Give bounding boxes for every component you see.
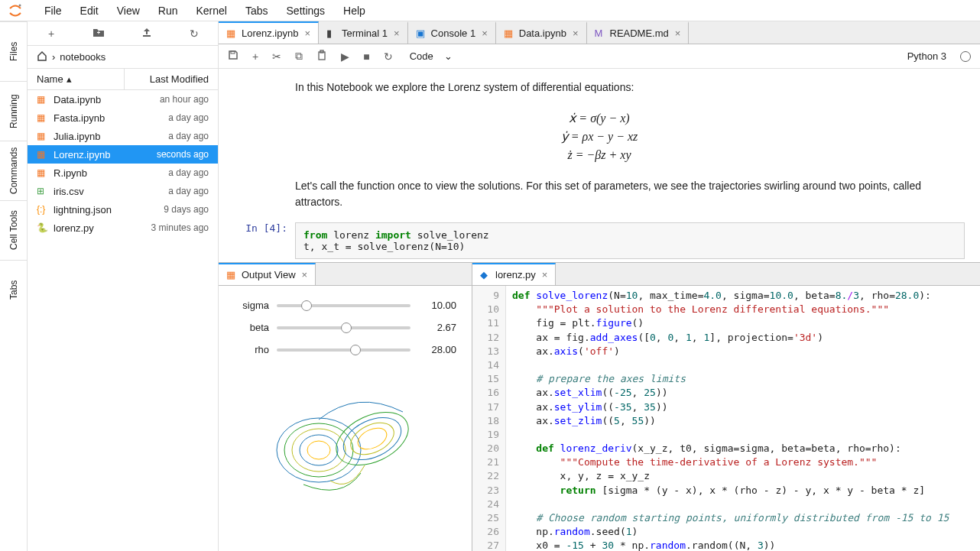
close-icon[interactable]: ×	[573, 28, 579, 39]
menu-settings[interactable]: Settings	[277, 2, 335, 20]
file-list: ▦Data.ipynban hour ago▦Fasta.ipynba day …	[28, 90, 218, 551]
file-row[interactable]: ▦R.ipynba day ago	[28, 164, 218, 182]
run-icon[interactable]: ▶	[341, 50, 349, 63]
file-row[interactable]: ▦Fasta.ipynba day ago	[28, 109, 218, 127]
kernel-status-icon	[960, 51, 971, 62]
editor-content[interactable]: 910111213141516171819202122232425262728 …	[472, 286, 980, 551]
new-folder-icon[interactable]	[83, 27, 114, 40]
bottom-split: ▦ Output View × sigma10.00beta2.67rho28.…	[219, 262, 980, 551]
close-icon[interactable]: ×	[304, 28, 310, 39]
lorenz-plot	[234, 366, 456, 514]
term-icon: ▮	[326, 28, 337, 39]
slider-thumb[interactable]	[350, 345, 361, 355]
svg-rect-2	[99, 31, 99, 34]
home-icon[interactable]	[37, 50, 47, 63]
file-row[interactable]: ▦Lorenz.ipynbseconds ago	[28, 145, 218, 164]
slider-sigma: sigma10.00	[234, 300, 456, 311]
slider-track[interactable]	[277, 326, 410, 329]
menu-run[interactable]: Run	[149, 2, 187, 20]
slider-value: 10.00	[418, 300, 456, 311]
copy-icon[interactable]: ⧉	[295, 50, 303, 63]
celltype-select[interactable]: Code ⌄	[407, 50, 456, 62]
file-row[interactable]: 🐍lorenz.py3 minutes ago	[28, 219, 218, 237]
file-name: Julia.ipynb	[54, 131, 168, 142]
tab-label: Data.ipynb	[519, 28, 566, 39]
cell-code[interactable]: from lorenz import solve_lorenz t, x_t =…	[295, 222, 965, 259]
activity-commands[interactable]: Commands	[0, 141, 27, 200]
tab-lorenz-ipynb[interactable]: ▦Lorenz.ipynb×	[219, 21, 319, 44]
tab-label: Console 1	[431, 28, 476, 39]
close-icon[interactable]: ×	[542, 269, 548, 280]
slider-track[interactable]	[277, 348, 410, 352]
stop-icon[interactable]: ■	[363, 50, 369, 63]
editor-gutter: 910111213141516171819202122232425262728	[472, 286, 506, 551]
tab-label: Terminal 1	[342, 28, 388, 39]
breadcrumb-folder[interactable]: notebooks	[60, 51, 105, 63]
slider-label: beta	[234, 322, 269, 333]
activity-celltools[interactable]: Cell Tools	[0, 200, 27, 260]
restart-icon[interactable]: ↻	[384, 50, 393, 63]
slider-track[interactable]	[277, 304, 410, 307]
nb-icon: ▦	[226, 28, 237, 39]
slider-thumb[interactable]	[341, 322, 352, 333]
file-browser: + ↻ › notebooks Name ▴ Last Modified ▦Da…	[28, 21, 219, 551]
file-name: Fasta.ipynb	[54, 112, 168, 124]
file-name: iris.csv	[54, 186, 168, 197]
breadcrumb[interactable]: › notebooks	[28, 46, 218, 69]
new-file-icon[interactable]: +	[36, 28, 67, 40]
file-row[interactable]: ▦Data.ipynban hour ago	[28, 90, 218, 109]
tab-terminal-1[interactable]: ▮Terminal 1×	[319, 21, 408, 44]
menu-file[interactable]: File	[35, 2, 71, 20]
tab-readme-md[interactable]: MREADME.md×	[587, 21, 690, 44]
file-mod: a day ago	[168, 167, 209, 178]
close-icon[interactable]: ×	[675, 28, 681, 39]
close-icon[interactable]: ×	[482, 28, 488, 39]
file-mod: a day ago	[168, 186, 209, 196]
svg-point-13	[336, 409, 407, 468]
menu-help[interactable]: Help	[334, 2, 375, 20]
menu-kernel[interactable]: Kernel	[187, 2, 235, 20]
save-icon[interactable]	[228, 50, 239, 63]
file-row[interactable]: ⊞iris.csva day ago	[28, 182, 218, 200]
slider-value: 2.67	[418, 322, 456, 333]
nb-icon: ▦	[37, 112, 49, 123]
col-modified[interactable]: Last Modified	[125, 73, 218, 85]
close-icon[interactable]: ×	[302, 269, 308, 280]
file-mod: a day ago	[168, 131, 209, 141]
con-icon: ▣	[416, 28, 427, 39]
editor-code[interactable]: def solve_lorenz(N=10, max_time=4.0, sig…	[506, 286, 980, 551]
tab-console-1[interactable]: ▣Console 1×	[408, 21, 496, 44]
nb-icon: ▦	[37, 149, 49, 160]
kernel-name[interactable]: Python 3	[907, 50, 946, 62]
slider-rho: rho28.00	[234, 344, 456, 355]
close-icon[interactable]: ×	[394, 28, 400, 39]
svg-point-10	[300, 435, 338, 465]
menu-edit[interactable]: Edit	[71, 2, 108, 20]
activity-files[interactable]: Files	[0, 21, 27, 81]
paste-icon[interactable]	[316, 50, 327, 63]
menu-view[interactable]: View	[108, 2, 149, 20]
svg-rect-3	[143, 35, 151, 37]
tab-lorenz-py[interactable]: ◆ lorenz.py ×	[472, 263, 556, 285]
activity-tabs[interactable]: Tabs	[0, 260, 27, 319]
svg-point-15	[354, 424, 389, 454]
notebook-content: In this Notebook we explore the Lorenz s…	[219, 69, 980, 262]
svg-point-7	[277, 418, 361, 482]
activity-bar: Files Running Commands Cell Tools Tabs	[0, 21, 28, 551]
file-row[interactable]: ▦Julia.ipynba day ago	[28, 127, 218, 145]
tab-output-view[interactable]: ▦ Output View ×	[219, 263, 316, 285]
code-cell[interactable]: In [4]: from lorenz import solve_lorenz …	[234, 222, 965, 259]
add-cell-icon[interactable]: +	[252, 50, 258, 63]
cut-icon[interactable]: ✂	[272, 50, 281, 63]
file-row[interactable]: {:}lightning.json9 days ago	[28, 200, 218, 219]
col-name[interactable]: Name ▴	[28, 69, 125, 89]
activity-running[interactable]: Running	[0, 81, 27, 141]
breadcrumb-sep: ›	[52, 51, 55, 63]
refresh-icon[interactable]: ↻	[179, 28, 209, 40]
upload-icon[interactable]	[131, 27, 162, 40]
file-browser-toolbar: + ↻	[28, 21, 218, 46]
tab-data-ipynb[interactable]: ▦Data.ipynb×	[496, 21, 587, 44]
menu-tabs[interactable]: Tabs	[236, 2, 277, 20]
output-view-panel: ▦ Output View × sigma10.00beta2.67rho28.…	[219, 263, 472, 551]
slider-thumb[interactable]	[301, 300, 312, 311]
